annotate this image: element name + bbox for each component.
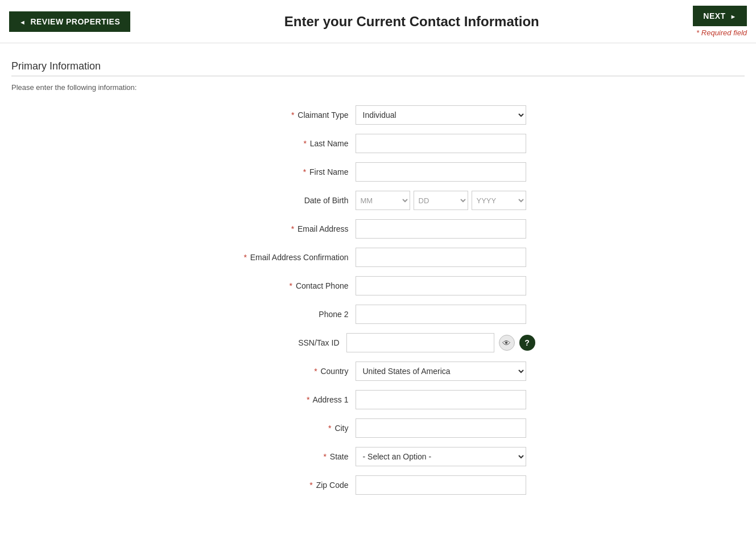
required-field-note: * Required field bbox=[696, 28, 747, 37]
dob-label: Date of Birth bbox=[230, 196, 356, 205]
main-content: Primary Information Please enter the fol… bbox=[0, 43, 756, 527]
address1-input[interactable] bbox=[356, 390, 526, 409]
ssn-group: 👁 ? bbox=[346, 333, 535, 352]
state-label: * State bbox=[230, 452, 356, 461]
section-divider bbox=[11, 76, 745, 76]
city-row: * City bbox=[11, 418, 745, 438]
city-input[interactable] bbox=[356, 418, 526, 438]
contact-phone-label: * Contact Phone bbox=[230, 281, 356, 290]
country-select[interactable]: United States of America bbox=[356, 362, 526, 381]
address1-label: * Address 1 bbox=[230, 395, 356, 404]
ssn-input[interactable] bbox=[346, 333, 494, 352]
claimant-type-required: * bbox=[291, 110, 294, 120]
ssn-help-button[interactable]: ? bbox=[519, 335, 535, 351]
ssn-toggle-visibility-button[interactable]: 👁 bbox=[499, 335, 515, 351]
last-name-row: * Last Name bbox=[11, 134, 745, 153]
arrow-left-icon bbox=[19, 17, 26, 26]
zip-input[interactable] bbox=[356, 475, 526, 495]
country-label: * Country bbox=[230, 367, 356, 376]
back-button-label: REVIEW PROPERTIES bbox=[30, 17, 120, 26]
first-name-input[interactable] bbox=[356, 162, 526, 182]
address1-row: * Address 1 bbox=[11, 390, 745, 409]
email-input[interactable] bbox=[356, 219, 526, 239]
dob-row: Date of Birth MM DD YYYY bbox=[11, 191, 745, 210]
arrow-right-icon bbox=[730, 11, 737, 20]
page-title: Enter your Current Contact Information bbox=[130, 14, 693, 30]
state-row: * State - Select an Option - bbox=[11, 447, 745, 466]
first-name-row: * First Name bbox=[11, 162, 745, 182]
ssn-label: SSN/Tax ID bbox=[221, 338, 346, 347]
state-select[interactable]: - Select an Option - bbox=[356, 447, 526, 466]
first-name-label: * First Name bbox=[230, 167, 356, 176]
next-button[interactable]: NEXT bbox=[693, 6, 747, 26]
country-row: * Country United States of America bbox=[11, 362, 745, 381]
claimant-type-select[interactable]: Individual Organization bbox=[356, 105, 526, 125]
zip-row: * Zip Code bbox=[11, 475, 745, 495]
section-subtitle: Please enter the following information: bbox=[11, 83, 745, 92]
last-name-label: * Last Name bbox=[230, 139, 356, 148]
eye-icon: 👁 bbox=[502, 338, 511, 348]
dob-day-select[interactable]: DD bbox=[414, 191, 468, 210]
email-label: * Email Address bbox=[230, 224, 356, 233]
next-button-label: NEXT bbox=[703, 11, 725, 20]
zip-label: * Zip Code bbox=[230, 481, 356, 490]
dob-year-select[interactable]: YYYY bbox=[472, 191, 526, 210]
email-confirm-row: * Email Address Confirmation bbox=[11, 248, 745, 267]
email-confirm-label: * Email Address Confirmation bbox=[230, 253, 356, 262]
city-label: * City bbox=[230, 424, 356, 433]
phone2-input[interactable] bbox=[356, 305, 526, 324]
email-row: * Email Address bbox=[11, 219, 745, 239]
contact-phone-row: * Contact Phone bbox=[11, 276, 745, 295]
back-button[interactable]: REVIEW PROPERTIES bbox=[9, 11, 130, 32]
last-name-input[interactable] bbox=[356, 134, 526, 153]
phone2-row: Phone 2 bbox=[11, 305, 745, 324]
question-mark-icon: ? bbox=[524, 338, 530, 347]
dob-group: MM DD YYYY bbox=[356, 191, 526, 210]
dob-month-select[interactable]: MM bbox=[356, 191, 410, 210]
phone2-label: Phone 2 bbox=[230, 310, 356, 319]
email-confirm-input[interactable] bbox=[356, 248, 526, 267]
ssn-row: SSN/Tax ID 👁 ? bbox=[11, 333, 745, 352]
contact-phone-input[interactable] bbox=[356, 276, 526, 295]
section-title: Primary Information bbox=[11, 60, 745, 72]
claimant-type-row: * Claimant Type Individual Organization bbox=[11, 105, 745, 125]
page-header: REVIEW PROPERTIES Enter your Current Con… bbox=[0, 0, 756, 43]
claimant-type-label: * Claimant Type bbox=[230, 110, 356, 120]
